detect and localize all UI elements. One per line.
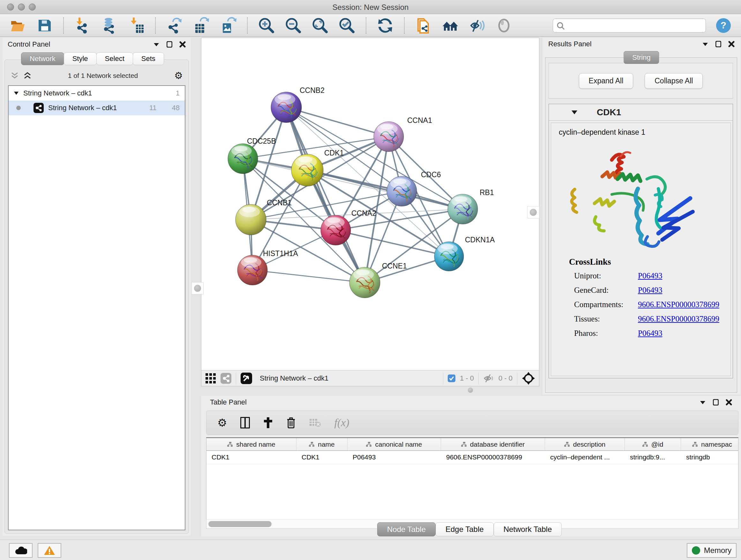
table-panel: Table Panel ⚙ f(x) shared namenamecanoni… (201, 396, 741, 537)
node-label: CDKN1A (465, 236, 495, 244)
table-options-gear-icon[interactable]: ⚙ (217, 417, 227, 428)
panel-close-icon[interactable] (726, 399, 732, 406)
status-bar: Memory (0, 540, 741, 560)
function-builder-icon: f(x) (334, 417, 349, 429)
warning-icon (44, 545, 55, 556)
column-header--id[interactable]: @id (625, 438, 681, 450)
network-edge[interactable] (286, 107, 389, 137)
import-table-icon[interactable] (127, 16, 145, 35)
crosslink-link[interactable]: 9606.ENSP00000378699 (638, 300, 719, 309)
network-node-cdk1[interactable] (291, 154, 323, 186)
hide-labels-eye-icon[interactable] (468, 16, 486, 35)
panel-float-icon[interactable] (713, 399, 719, 406)
toolbar-separator (63, 17, 64, 34)
panel-collapse-icon[interactable] (702, 42, 709, 46)
column-header-name[interactable]: name (296, 438, 347, 450)
tab-select[interactable]: Select (96, 52, 133, 65)
panel-float-icon[interactable] (166, 41, 172, 48)
grid-view-icon[interactable] (205, 373, 216, 384)
import-network-database-icon[interactable] (100, 16, 119, 35)
network-name: String Network – cdk1 (48, 104, 117, 112)
column-header-namespac[interactable]: namespac (681, 438, 741, 450)
zoom-out-icon[interactable] (284, 16, 302, 35)
right-splitter-handle[interactable] (527, 206, 539, 219)
network-node-ccne1[interactable] (349, 267, 380, 298)
open-session-icon[interactable] (8, 16, 27, 35)
network-node-cdkn1a[interactable] (434, 242, 464, 271)
network-list: String Network – cdk1 1 String Network –… (8, 85, 185, 530)
panel-close-icon[interactable] (179, 41, 186, 48)
column-header-canonical-name[interactable]: canonical name (347, 438, 441, 450)
network-node-ccna2[interactable] (321, 215, 351, 245)
panel-close-icon[interactable] (728, 41, 735, 47)
save-session-icon[interactable] (35, 16, 54, 35)
collapse-all-button[interactable]: Collapse All (645, 73, 703, 89)
network-node-cdc25b[interactable] (228, 144, 258, 174)
network-node-rb1[interactable] (448, 194, 478, 224)
toolbar-separator (404, 17, 405, 34)
control-panel-tabs: Network Style Select Sets (21, 52, 164, 65)
export-network-icon[interactable] (165, 16, 184, 35)
tab-network[interactable]: Network (21, 52, 64, 65)
zoom-selected-icon[interactable] (338, 16, 356, 35)
eye-icon[interactable] (495, 16, 513, 35)
houses-icon[interactable] (441, 16, 460, 35)
network-edge[interactable] (336, 230, 449, 256)
column-header-shared-name[interactable]: shared name (206, 438, 296, 450)
delete-column-trash-icon[interactable] (286, 417, 296, 428)
cloud-status-button[interactable] (9, 543, 32, 558)
network-node-hist1h1a[interactable] (238, 255, 267, 285)
expand-all-icon[interactable] (23, 72, 31, 79)
crosslink-link[interactable]: P06493 (638, 271, 662, 280)
entry-collapse-icon[interactable] (571, 110, 578, 115)
birds-eye-view-icon[interactable] (522, 372, 535, 385)
table-row[interactable]: CDK1CDK1P064939606.ENSP00000378699cyclin… (206, 451, 738, 464)
collapse-all-icon[interactable] (10, 72, 19, 79)
network-node-cdc6[interactable] (387, 176, 417, 206)
crosslink-link[interactable]: P06493 (638, 286, 662, 295)
add-column-icon[interactable] (263, 417, 273, 428)
open-in-window-icon[interactable] (241, 373, 252, 384)
tab-sets[interactable]: Sets (133, 52, 164, 65)
tab-network-table[interactable]: Network Table (494, 522, 562, 537)
network-view-panel: CCNB2CCNA1CDC25BCDK1CDC6RB1CCNB1CCNA2CDK… (201, 38, 539, 386)
zoom-in-icon[interactable] (257, 16, 276, 35)
tab-node-table[interactable]: Node Table (377, 522, 435, 537)
export-table-icon[interactable] (192, 16, 211, 35)
crosslink-link[interactable]: 9606.ENSP00000378699 (638, 314, 719, 323)
search-input[interactable] (553, 18, 706, 33)
network-share-view-icon[interactable] (220, 373, 231, 384)
network-node-ccnb2[interactable] (271, 92, 301, 123)
network-options-gear-icon[interactable]: ⚙ (174, 71, 183, 80)
network-edge[interactable] (253, 270, 365, 283)
left-splitter-handle[interactable] (192, 282, 204, 294)
export-image-icon[interactable] (219, 16, 238, 35)
column-header-database-identifier[interactable]: database identifier (441, 438, 545, 450)
column-header-description[interactable]: description (545, 438, 625, 450)
network-node-ccnb1[interactable] (235, 204, 266, 235)
tab-string[interactable]: String (623, 51, 659, 64)
network-node-ccna1[interactable] (374, 122, 404, 152)
tab-style[interactable]: Style (64, 52, 97, 65)
import-network-file-icon[interactable] (73, 16, 92, 35)
tree-expand-icon[interactable] (14, 91, 19, 95)
crosslink-link[interactable]: P06493 (638, 329, 662, 338)
warning-button[interactable] (38, 543, 61, 558)
network-row-selected[interactable]: String Network – cdk1 11 48 (9, 101, 185, 115)
show-columns-icon[interactable] (240, 417, 250, 428)
network-collection-row[interactable]: String Network – cdk1 1 (9, 86, 185, 101)
tab-edge-table[interactable]: Edge Table (435, 522, 494, 537)
memory-button[interactable]: Memory (687, 543, 737, 558)
help-icon[interactable]: ? (714, 16, 733, 35)
zoom-fit-icon[interactable] (311, 16, 329, 35)
refresh-icon[interactable] (376, 16, 394, 35)
network-canvas[interactable]: CCNB2CCNA1CDC25BCDK1CDC6RB1CCNB1CCNA2CDK… (201, 38, 539, 370)
panel-collapse-icon[interactable] (699, 400, 706, 405)
table-cell: P06493 (347, 451, 441, 464)
panel-float-icon[interactable] (716, 41, 721, 47)
bottom-splitter-handle[interactable] (468, 388, 473, 393)
selected-checkbox-icon[interactable] (448, 374, 455, 382)
expand-all-button[interactable]: Expand All (579, 73, 633, 89)
panel-collapse-icon[interactable] (153, 42, 159, 47)
string-document-icon[interactable] (414, 16, 433, 35)
